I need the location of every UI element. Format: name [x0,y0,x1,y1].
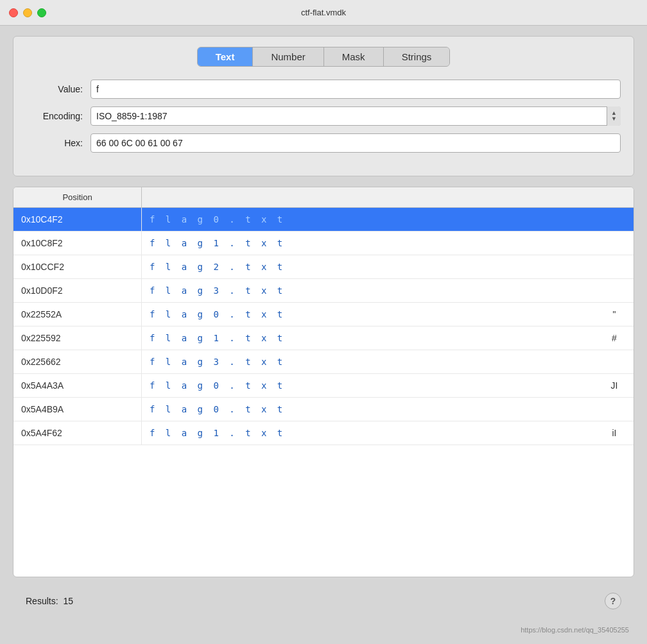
cell-content: f l a g 0 . t x t [142,208,595,231]
title-bar: ctf-flat.vmdk [0,0,647,26]
main-content: Text Number Mask Strings Value: Encoding… [0,26,647,644]
cell-extra: JI [595,374,634,397]
table-panel: Position 0x10C4F2f l a g 0 . t x t0x10C8… [13,187,634,577]
cell-extra: # [595,326,634,350]
table-row[interactable]: 0x225662f l a g 3 . t x t [13,350,634,374]
table-row[interactable]: 0x5A4B9Af l a g 0 . t x t [13,398,634,421]
table-row[interactable]: 0x10D0F2f l a g 3 . t x t [13,279,634,303]
cell-position: 0x10D0F2 [13,279,142,302]
value-label: Value: [26,84,91,94]
footer: Results: 15 ? [13,588,634,614]
cell-position: 0x10C8F2 [13,232,142,255]
minimize-button[interactable] [23,8,32,17]
cell-extra [595,403,634,416]
help-button[interactable]: ? [605,593,621,609]
table-row[interactable]: 0x10C8F2f l a g 1 . t x t [13,232,634,255]
cell-extra [595,284,634,297]
top-panel: Text Number Mask Strings Value: Encoding… [13,36,634,176]
cell-position: 0x225592 [13,326,142,350]
stepper-down-icon: ▼ [611,116,617,122]
cell-position: 0x225662 [13,350,142,373]
table-row[interactable]: 0x10C4F2f l a g 0 . t x t [13,208,634,232]
cell-content: f l a g 0 . t x t [142,398,595,421]
cell-extra: " [595,303,634,326]
table-body: 0x10C4F2f l a g 0 . t x t0x10C8F2f l a g… [13,208,634,445]
table-row[interactable]: 0x5A4F62f l a g 1 . t x tiI [13,421,634,445]
maximize-button[interactable] [37,8,46,17]
cell-position: 0x10CCF2 [13,255,142,278]
value-input[interactable] [91,80,621,99]
encoding-stepper[interactable]: ▲ ▼ [607,106,621,126]
cell-position: 0x10C4F2 [13,208,142,231]
cell-position: 0x22552A [13,303,142,326]
tab-text[interactable]: Text [198,47,254,66]
cell-extra [595,260,634,273]
table-row[interactable]: 0x5A4A3Af l a g 0 . t x tJI [13,374,634,398]
close-button[interactable] [9,8,18,17]
cell-extra [595,213,634,226]
window-title: ctf-flat.vmdk [301,8,346,17]
cell-content: f l a g 3 . t x t [142,350,595,373]
cell-position: 0x5A4A3A [13,374,142,397]
encoding-label: Encoding: [26,111,91,121]
cell-content: f l a g 3 . t x t [142,279,595,302]
tab-mask[interactable]: Mask [324,47,384,66]
table-row[interactable]: 0x10CCF2f l a g 2 . t x t [13,255,634,279]
table-row[interactable]: 0x22552Af l a g 0 . t x t" [13,303,634,326]
cell-extra [595,355,634,368]
encoding-input[interactable] [91,106,621,126]
cell-content: f l a g 2 . t x t [142,255,595,278]
window-controls [9,8,46,17]
cell-content: f l a g 1 . t x t [142,232,595,255]
results-count: 15 [64,596,74,606]
cell-extra [595,237,634,250]
hex-row: Hex: [26,133,621,153]
cell-position: 0x5A4B9A [13,398,142,421]
table-row[interactable]: 0x225592f l a g 1 . t x t# [13,326,634,350]
results-label: Results: [26,596,58,606]
encoding-wrapper: ▲ ▼ [91,106,621,126]
cell-content: f l a g 0 . t x t [142,374,595,397]
cell-position: 0x5A4F62 [13,421,142,445]
hex-label: Hex: [26,138,91,148]
cell-content: f l a g 1 . t x t [142,421,595,445]
hex-input[interactable] [91,133,621,153]
column-header-position: Position [13,187,142,207]
tab-number[interactable]: Number [253,47,324,66]
tab-bar: Text Number Mask Strings [26,47,621,67]
cell-content: f l a g 0 . t x t [142,303,595,326]
tab-group: Text Number Mask Strings [197,47,451,67]
watermark: https://blog.csdn.net/qq_35405255 [13,625,634,636]
tab-strings[interactable]: Strings [384,47,450,66]
cell-extra: iI [595,421,634,445]
cell-content: f l a g 1 . t x t [142,326,595,350]
table-header: Position [13,187,634,208]
column-header-content [142,187,634,207]
value-row: Value: [26,80,621,99]
encoding-row: Encoding: ▲ ▼ [26,106,621,126]
